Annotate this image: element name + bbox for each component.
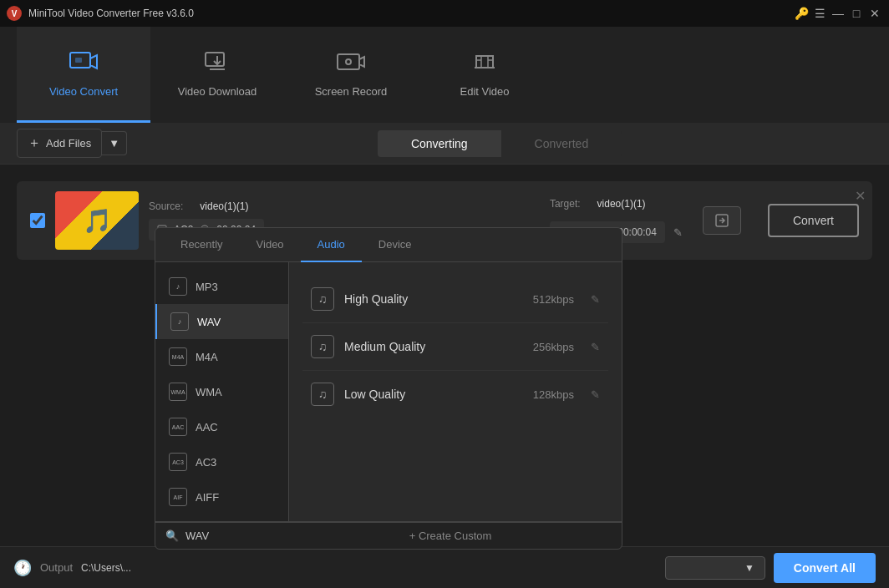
nav-screen-record-label: Screen Record bbox=[315, 85, 388, 98]
search-bar: 🔍 bbox=[155, 522, 279, 549]
titlebar: V MiniTool Video Converter Free v3.6.0 🔑… bbox=[0, 0, 889, 27]
converted-tab[interactable]: Converted bbox=[501, 130, 622, 157]
maximize-button[interactable]: □ bbox=[849, 6, 864, 21]
toolbar-tabs: Converting Converted bbox=[378, 130, 622, 157]
target-selector-button[interactable] bbox=[703, 206, 741, 235]
medium-quality-edit-icon[interactable]: ✎ bbox=[591, 341, 600, 353]
nav-screen-record[interactable]: Screen Record bbox=[284, 27, 418, 123]
format-item-mp3[interactable]: ♪ MP3 bbox=[155, 269, 288, 304]
dropdown-footer: 🔍 + Create Custom bbox=[155, 521, 622, 549]
menu-button[interactable]: ☰ bbox=[812, 6, 827, 21]
nav-video-convert-label: Video Convert bbox=[49, 85, 118, 98]
format-aac-label: AAC bbox=[196, 421, 218, 433]
nav-video-convert[interactable]: Video Convert bbox=[17, 27, 150, 123]
minimize-button[interactable]: — bbox=[831, 6, 846, 21]
file-thumbnail: 🎵 bbox=[55, 191, 139, 250]
format-item-wma[interactable]: WMA WMA bbox=[155, 374, 288, 409]
tab-recently[interactable]: Recently bbox=[164, 228, 240, 262]
low-quality-edit-icon[interactable]: ✎ bbox=[591, 388, 600, 401]
file-source-row: Source: video(1)(1) bbox=[149, 200, 540, 212]
m4a-icon: M4A bbox=[169, 347, 187, 366]
file-close-button[interactable]: ✕ bbox=[855, 188, 866, 204]
target-value: video(1)(1) bbox=[597, 198, 646, 210]
screen-record-icon bbox=[336, 49, 366, 79]
high-quality-icon: ♫ bbox=[311, 287, 334, 311]
add-files-dropdown-button[interactable]: ▼ bbox=[102, 131, 127, 155]
nav-edit-video-label: Edit Video bbox=[460, 85, 509, 98]
main-content: 🎵 Source: video(1)(1) AC3 00:00:04 Targe… bbox=[0, 165, 889, 588]
convert-all-button[interactable]: Convert All bbox=[774, 553, 876, 583]
nav-video-download-label: Video Download bbox=[178, 85, 257, 98]
medium-quality-icon: ♫ bbox=[311, 335, 334, 358]
format-m4a-label: M4A bbox=[196, 351, 218, 363]
quality-list: ♫ High Quality 512kbps ✎ ♫ Medium Qualit… bbox=[289, 262, 622, 521]
file-target-row: Target: video(1)(1) bbox=[550, 198, 646, 210]
high-quality-label: High Quality bbox=[344, 292, 523, 306]
search-icon: 🔍 bbox=[165, 530, 179, 542]
tab-device[interactable]: Device bbox=[362, 228, 429, 262]
wma-icon: WMA bbox=[169, 383, 187, 401]
format-dropdown: Recently Video Audio Device ♪ MP3 ♪ WAV … bbox=[155, 227, 622, 550]
dropdown-arrow-icon: ▼ bbox=[744, 562, 754, 574]
quality-medium[interactable]: ♫ Medium Quality 256kbps ✎ bbox=[302, 323, 608, 371]
svg-point-4 bbox=[346, 59, 351, 64]
medium-quality-bitrate: 256kbps bbox=[533, 341, 574, 353]
aiff-icon: AIF bbox=[169, 488, 187, 506]
output-format-dropdown[interactable]: ▼ bbox=[665, 556, 765, 580]
source-label: Source: bbox=[149, 200, 183, 212]
file-checkbox[interactable] bbox=[30, 213, 45, 228]
nav-video-download[interactable]: Video Download bbox=[150, 27, 284, 123]
convert-button[interactable]: Convert bbox=[768, 204, 859, 237]
medium-quality-label: Medium Quality bbox=[344, 340, 523, 353]
svg-rect-1 bbox=[75, 58, 82, 63]
target-edit-button[interactable]: ✎ bbox=[673, 226, 683, 239]
source-value: video(1)(1) bbox=[200, 200, 248, 212]
app-title: MiniTool Video Converter Free v3.6.0 bbox=[28, 8, 194, 19]
clock-icon: 🕐 bbox=[13, 559, 32, 577]
format-wav-label: WAV bbox=[197, 316, 221, 328]
add-files-button[interactable]: ＋ Add Files bbox=[17, 129, 102, 158]
format-item-aac[interactable]: AAC AAC bbox=[155, 409, 288, 444]
quality-low[interactable]: ♫ Low Quality 128kbps ✎ bbox=[302, 371, 608, 418]
video-convert-icon bbox=[69, 49, 99, 79]
low-quality-label: Low Quality bbox=[344, 388, 523, 401]
mp3-icon: ♪ bbox=[169, 277, 187, 296]
low-quality-icon: ♫ bbox=[311, 383, 334, 406]
create-custom-button[interactable]: + Create Custom bbox=[279, 522, 622, 549]
svg-rect-2 bbox=[206, 53, 224, 66]
video-download-icon bbox=[202, 49, 232, 79]
quality-high[interactable]: ♫ High Quality 512kbps ✎ bbox=[302, 276, 608, 323]
add-files-plus-icon: ＋ bbox=[28, 134, 41, 152]
close-button[interactable]: ✕ bbox=[867, 6, 882, 21]
format-aiff-label: AIFF bbox=[196, 491, 219, 504]
bottombar: 🕐 Output C:\Users\... ▼ Convert All bbox=[0, 546, 889, 588]
format-ac3-label: AC3 bbox=[196, 456, 216, 469]
format-mp3-label: MP3 bbox=[196, 281, 218, 293]
format-item-m4r[interactable]: M4R M4R bbox=[155, 514, 288, 521]
format-item-wav[interactable]: ♪ WAV bbox=[155, 304, 288, 339]
format-item-aiff[interactable]: AIF AIFF bbox=[155, 479, 288, 514]
navbar: Video Convert Video Download Screen Reco… bbox=[0, 27, 889, 123]
create-custom-label: + Create Custom bbox=[409, 530, 492, 542]
toolbar: ＋ Add Files ▼ Converting Converted bbox=[0, 123, 889, 165]
output-label: Output bbox=[40, 561, 73, 574]
format-list: ♪ MP3 ♪ WAV M4A M4A WMA WMA AAC AAC bbox=[155, 262, 289, 521]
format-item-ac3[interactable]: AC3 AC3 bbox=[155, 444, 288, 479]
search-input[interactable] bbox=[185, 530, 269, 542]
converting-tab[interactable]: Converting bbox=[378, 130, 501, 157]
format-item-m4a[interactable]: M4A M4A bbox=[155, 339, 288, 374]
app-logo: V bbox=[7, 6, 22, 21]
add-files-label: Add Files bbox=[46, 137, 91, 150]
high-quality-edit-icon[interactable]: ✎ bbox=[591, 293, 600, 306]
titlebar-controls: 🔑 ☰ — □ ✕ bbox=[794, 6, 882, 21]
ac3-icon: AC3 bbox=[169, 453, 187, 471]
target-duration: 00:00:04 bbox=[617, 226, 657, 238]
aac-icon: AAC bbox=[169, 418, 187, 436]
key-button[interactable]: 🔑 bbox=[794, 6, 809, 21]
dropdown-tabs: Recently Video Audio Device bbox=[155, 228, 622, 262]
nav-edit-video[interactable]: Edit Video bbox=[418, 27, 551, 123]
tab-audio[interactable]: Audio bbox=[301, 228, 362, 262]
target-label: Target: bbox=[550, 198, 581, 210]
low-quality-bitrate: 128kbps bbox=[533, 388, 574, 401]
tab-video[interactable]: Video bbox=[240, 228, 301, 262]
